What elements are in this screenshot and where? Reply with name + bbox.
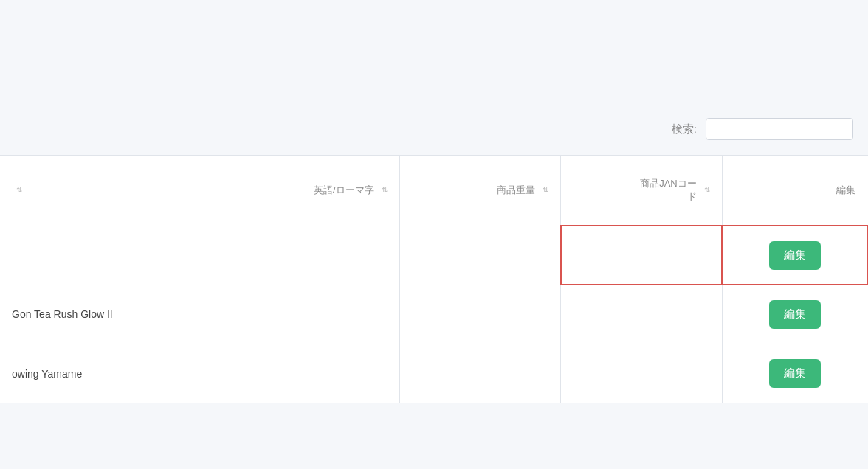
table-header-row: ⇅ 英語/ローマ字 ⇅ 商品重量 ⇅ 商 bbox=[0, 156, 867, 226]
sort-icon-weight[interactable]: ⇅ bbox=[542, 187, 548, 194]
table-container: ⇅ 英語/ローマ字 ⇅ 商品重量 ⇅ 商 bbox=[0, 155, 868, 403]
col-header-romaji: 英語/ローマ字 ⇅ bbox=[238, 156, 399, 226]
col-label-jan: 商品JANコード bbox=[640, 177, 697, 204]
cell-jan-1 bbox=[561, 226, 723, 285]
sort-icon-romaji[interactable]: ⇅ bbox=[382, 187, 388, 194]
table-row: owing Yamame 編集 bbox=[0, 344, 867, 403]
col-label-weight: 商品重量 bbox=[497, 184, 535, 197]
cell-romaji-3 bbox=[238, 344, 399, 403]
cell-weight-3 bbox=[399, 344, 561, 403]
cell-edit-3: 編集 bbox=[722, 344, 867, 403]
col-header-edit: 編集 bbox=[722, 156, 867, 226]
col-label-edit: 編集 bbox=[836, 184, 855, 197]
cell-jan-3 bbox=[561, 344, 723, 403]
search-label: 検索: bbox=[672, 122, 697, 136]
cell-edit-2: 編集 bbox=[722, 285, 867, 344]
cell-jan-2 bbox=[561, 285, 723, 344]
top-area: 検索: bbox=[0, 0, 868, 155]
col-label-romaji: 英語/ローマ字 bbox=[314, 184, 374, 197]
edit-button-2[interactable]: 編集 bbox=[769, 300, 821, 329]
edit-button-3[interactable]: 編集 bbox=[769, 359, 821, 388]
cell-weight-2 bbox=[399, 285, 561, 344]
search-row: 検索: bbox=[672, 118, 853, 140]
col-header-name: ⇅ bbox=[0, 156, 238, 226]
cell-name-3: owing Yamame bbox=[0, 344, 238, 403]
edit-button-1[interactable]: 編集 bbox=[769, 241, 821, 270]
col-header-jan: 商品JANコード ⇅ bbox=[561, 156, 723, 226]
cell-name-1 bbox=[0, 226, 238, 285]
cell-edit-1: 編集 bbox=[722, 226, 867, 285]
table-row: Gon Tea Rush Glow II 編集 bbox=[0, 285, 867, 344]
sort-icon-jan[interactable]: ⇅ bbox=[704, 187, 710, 194]
table-row: 編集 bbox=[0, 226, 867, 285]
cell-romaji-1 bbox=[238, 226, 399, 285]
sort-icon-name[interactable]: ⇅ bbox=[16, 187, 22, 194]
cell-name-2: Gon Tea Rush Glow II bbox=[0, 285, 238, 344]
col-header-weight: 商品重量 ⇅ bbox=[399, 156, 561, 226]
cell-weight-1 bbox=[399, 226, 561, 285]
cell-romaji-2 bbox=[238, 285, 399, 344]
search-input[interactable] bbox=[706, 118, 853, 140]
main-table: ⇅ 英語/ローマ字 ⇅ 商品重量 ⇅ 商 bbox=[0, 156, 868, 403]
